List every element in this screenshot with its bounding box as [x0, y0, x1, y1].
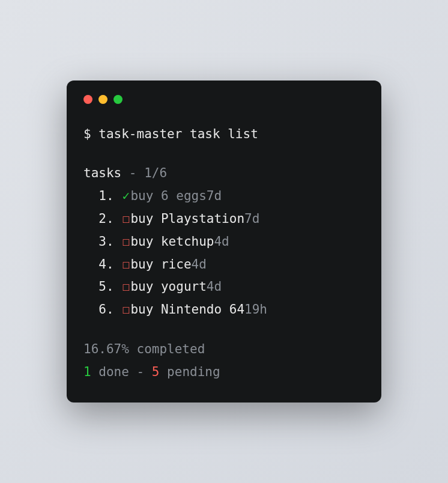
- task-number-dot: .: [106, 185, 121, 208]
- task-row: 4. ☐ buy rice 4d: [83, 254, 365, 276]
- tasks-progress: 1/6: [144, 166, 167, 180]
- task-number: 5: [83, 276, 106, 299]
- task-number-dot: .: [106, 231, 121, 254]
- task-age: 19h: [244, 299, 267, 321]
- task-number: 6: [83, 299, 106, 321]
- check-icon: ✓: [121, 185, 130, 208]
- task-list: tasks - 1/6 1. ✓ buy 6 eggs 7d 2. ☐ buy …: [83, 162, 365, 321]
- completion-percent: 16.67% completed: [83, 338, 365, 361]
- task-row: 1. ✓ buy 6 eggs 7d: [83, 185, 365, 208]
- task-age: 4d: [207, 276, 222, 299]
- task-row: 2. ☐ buy Playstation 7d: [83, 208, 365, 231]
- tasks-label: tasks: [83, 166, 121, 180]
- task-number: 3: [83, 231, 106, 254]
- done-label: done: [91, 365, 129, 379]
- task-row: 3. ☐ buy ketchup 4d: [83, 231, 365, 254]
- task-text: buy Playstation: [130, 208, 244, 231]
- task-age: 7d: [244, 208, 259, 231]
- task-number: 1: [83, 185, 106, 208]
- task-number-dot: .: [106, 276, 121, 299]
- summary-counts: 1 done - 5 pending: [83, 361, 365, 384]
- task-number-dot: .: [106, 254, 121, 276]
- checkbox-icon: ☐: [121, 276, 130, 299]
- task-age: 4d: [214, 231, 229, 254]
- maximize-icon[interactable]: [114, 95, 123, 104]
- task-text: buy yogurt: [130, 276, 206, 299]
- task-row: 6. ☐ buy Nintendo 64 19h: [83, 299, 365, 321]
- pending-label: pending: [159, 365, 220, 379]
- prompt-symbol: $: [83, 127, 98, 141]
- checkbox-icon: ☐: [121, 208, 130, 231]
- task-age: 7d: [207, 185, 222, 208]
- checkbox-icon: ☐: [121, 231, 130, 254]
- terminal-content: $ task-master task list tasks - 1/6 1. ✓…: [83, 123, 365, 384]
- task-text: buy ketchup: [130, 231, 214, 254]
- task-row: 5. ☐ buy yogurt 4d: [83, 276, 365, 299]
- done-count: 1: [83, 365, 91, 379]
- pending-count: 5: [152, 365, 160, 379]
- checkbox-icon: ☐: [121, 254, 130, 276]
- command-line: $ task-master task list: [83, 123, 365, 146]
- terminal-window: $ task-master task list tasks - 1/6 1. ✓…: [67, 80, 381, 403]
- task-number-dot: .: [106, 208, 121, 231]
- summary-sep: -: [129, 365, 152, 379]
- task-number-dot: .: [106, 299, 121, 321]
- close-icon[interactable]: [83, 95, 92, 104]
- task-age: 4d: [192, 254, 207, 276]
- header-sep: -: [121, 166, 144, 180]
- minimize-icon[interactable]: [98, 95, 107, 104]
- summary: 16.67% completed 1 done - 5 pending: [83, 338, 365, 384]
- task-text: buy Nintendo 64: [130, 299, 244, 321]
- task-number: 2: [83, 208, 106, 231]
- command-text: task-master task list: [98, 127, 258, 141]
- task-text: buy rice: [130, 254, 191, 276]
- checkbox-icon: ☐: [121, 299, 130, 321]
- window-controls: [83, 95, 365, 104]
- task-text: buy 6 eggs: [130, 185, 206, 208]
- tasks-header: tasks - 1/6: [83, 162, 365, 185]
- task-number: 4: [83, 254, 106, 276]
